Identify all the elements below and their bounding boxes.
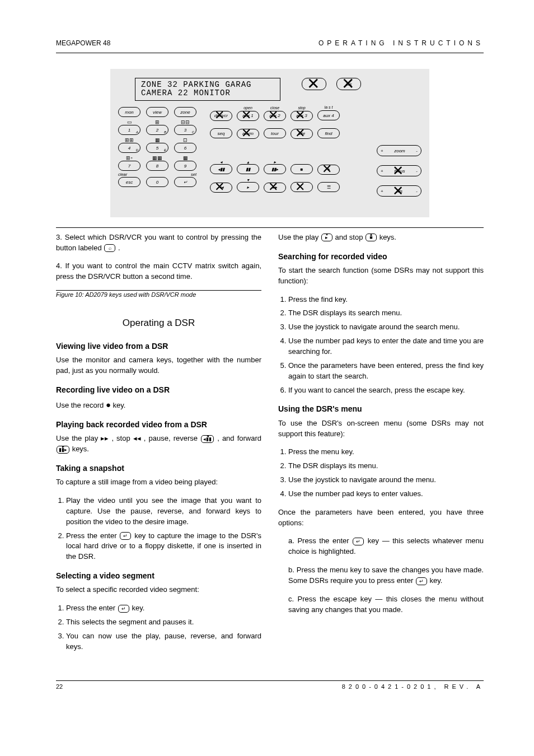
play-text-d: , and forward xyxy=(217,434,261,442)
ffwd-icon: ▸▸ xyxy=(101,434,109,442)
find-steps: Press the find key. The DSR displays its… xyxy=(288,295,484,396)
figure-rule-top xyxy=(56,227,484,228)
sub-heading-play: Playing back recorded video from a DSR xyxy=(56,419,261,430)
num4-key: 4D xyxy=(118,143,140,153)
rew-icon: ◂◂ xyxy=(133,434,141,442)
record-dot-icon: ● xyxy=(106,400,111,409)
play-text-c: , pause, reverse xyxy=(144,434,200,442)
pause-key: ▴▮▮ xyxy=(237,164,259,174)
find-step2: The DSR displays its search menu. xyxy=(288,308,484,319)
ffwd-key: ▸▸ xyxy=(264,183,286,193)
menu-steps: Press the menu key. The DSR displays its… xyxy=(288,447,484,499)
sub-heading-seg: Selecting a video segment xyxy=(56,570,261,581)
seq-key: seq xyxy=(210,128,232,138)
dsrvcr-key: dsr/vcr xyxy=(210,111,232,121)
sub-heading-find: Searching for recorded video xyxy=(278,251,484,262)
left-column: 3. Select which DSR/VCR you want to cont… xyxy=(56,232,261,660)
snap-step1: Play the video until you see the image t… xyxy=(66,496,261,528)
seg-step1-b: key. xyxy=(132,604,144,612)
unknown-top-button-1 xyxy=(302,78,326,90)
num8-key: 8 xyxy=(146,161,168,171)
find-step4: Use the number pad keys to enter the dat… xyxy=(288,336,484,357)
step3-text-a: 3. Select which DSR/VCR you want to cont… xyxy=(56,233,261,252)
num5-key: 5E xyxy=(146,143,168,153)
num9-key: 9 xyxy=(174,161,196,171)
play-key: ▾▸ xyxy=(237,182,259,192)
zoom-rocker: + zoom - xyxy=(377,145,421,156)
step-fwd-key: ▸▮▮▸ xyxy=(264,164,286,174)
menu-after: Once the parameters have been entered, y… xyxy=(278,507,484,529)
aux4-key: la s taux 4 xyxy=(317,110,340,120)
num7-key: 7 xyxy=(118,161,140,171)
menu-key: ☰ xyxy=(317,182,340,192)
step4-text: 4. If you want to control the main CCTV … xyxy=(56,261,261,282)
section-heading-op-dsr: Operating a DSR xyxy=(56,316,261,330)
zone-key: zone xyxy=(174,107,196,117)
record-key: ● xyxy=(317,165,340,175)
layout-icon-5: ▦ xyxy=(146,137,168,143)
seg-steps: Press the enter ↵ key. This selects the … xyxy=(66,603,261,652)
play-key-r1c: keys. xyxy=(380,233,396,241)
play-key-r1a: Use the play xyxy=(278,233,321,241)
num6-key: 6 xyxy=(174,143,196,153)
find-step6: If you want to cancel the search, press … xyxy=(288,385,484,396)
menu-step4: Use the number pad keys to enter values. xyxy=(288,489,484,500)
sub-heading-menu: Using the DSR's menu xyxy=(278,403,484,414)
site-key: site xyxy=(291,129,313,139)
footer-rule xyxy=(56,680,484,681)
play-text-a: Use the play xyxy=(56,434,101,442)
aux3-key: stopaux 3 xyxy=(291,111,313,121)
display-line2: CAMERA 22 MONITOR xyxy=(141,89,274,97)
enter-key-icon: ↵ xyxy=(353,538,364,545)
play-text-e: keys. xyxy=(72,445,89,453)
rec-text-a: Use the record xyxy=(56,401,106,409)
num2-key: 2B xyxy=(146,125,168,135)
aux2-key: closeaux 2 xyxy=(264,111,286,121)
find-intro: To start the search function (some DSRs … xyxy=(278,265,484,287)
aux1-key: openaux 1 xyxy=(237,111,259,121)
snap-step2-a: Press the enter xyxy=(66,531,119,540)
minus-icon: - xyxy=(416,148,418,153)
enter-key-icon: ↵ xyxy=(416,577,427,585)
enter-key-icon: ↵ xyxy=(118,605,129,613)
opt-c-a: Press the escape key — this closes the m… xyxy=(288,595,484,614)
snapshot-key-icon: ⌕ xyxy=(104,244,115,252)
sub-heading-rec: Recording live video on a DSR xyxy=(56,384,261,395)
opt-c-label: c. xyxy=(288,595,294,603)
unknown-top-button-2: ack xyxy=(336,78,361,90)
enter-key-icon: ↵ xyxy=(120,532,131,540)
seg-step1-a: Press the enter xyxy=(66,604,118,612)
iris-rocker: + iris - xyxy=(377,185,421,197)
step-back-key: ◂◂▮▮ xyxy=(210,164,232,174)
play-key-r1b: and stop xyxy=(335,233,366,241)
footer-page: 22 xyxy=(56,683,63,690)
set-label: set xyxy=(174,172,196,177)
plus-icon: + xyxy=(381,148,383,153)
forward-key-icon: ▸▮▮▸ xyxy=(57,446,69,454)
menu-intro: To use the DSR's on-screen menu (some DS… xyxy=(278,418,484,440)
focus-rocker: + focus - xyxy=(377,165,421,176)
opt-b-b: key. xyxy=(430,576,443,585)
layout-icon-4: ⊞⊞ xyxy=(118,137,140,143)
layout-icon-1: ▭ xyxy=(118,119,140,125)
num0-key: 0 xyxy=(146,177,168,187)
footer-doc: 8200-0421-0201, REV. A xyxy=(342,683,484,690)
layout-icon-7: ⊞▫ xyxy=(118,155,140,161)
view-key: view xyxy=(146,107,168,117)
sub-heading-view: Viewing live video from a DSR xyxy=(56,340,261,352)
layout-icon-9: ▩ xyxy=(174,155,196,161)
snap-intro: To capture a still image from a video be… xyxy=(56,477,261,488)
menu-step1: Press the menu key. xyxy=(288,447,484,458)
find-step5: Once the parameters have been entered, p… xyxy=(288,361,484,382)
keyboard-display: ZONE 32 PARKING GARAG CAMERA 22 MONITOR xyxy=(135,78,280,101)
play-text-b: , stop xyxy=(111,434,133,442)
sub-heading-snap: Taking a snapshot xyxy=(56,463,261,474)
seg-intro: To select a specific recorded video segm… xyxy=(56,585,261,595)
figure-caption: Figure 10: AD2079 keys used with DSR/VCR… xyxy=(56,291,261,300)
layout-icon-3: ⊟⊟ xyxy=(174,119,196,125)
opt-a-label: a. xyxy=(288,536,294,545)
num1-key: 1A xyxy=(118,125,140,135)
snap-steps: Play the video until you see the image t… xyxy=(66,496,261,562)
menu-step2: The DSR displays its menu. xyxy=(288,461,484,472)
right-column: Use the play ▾▸ and stop ▴■ keys. Search… xyxy=(278,232,484,660)
